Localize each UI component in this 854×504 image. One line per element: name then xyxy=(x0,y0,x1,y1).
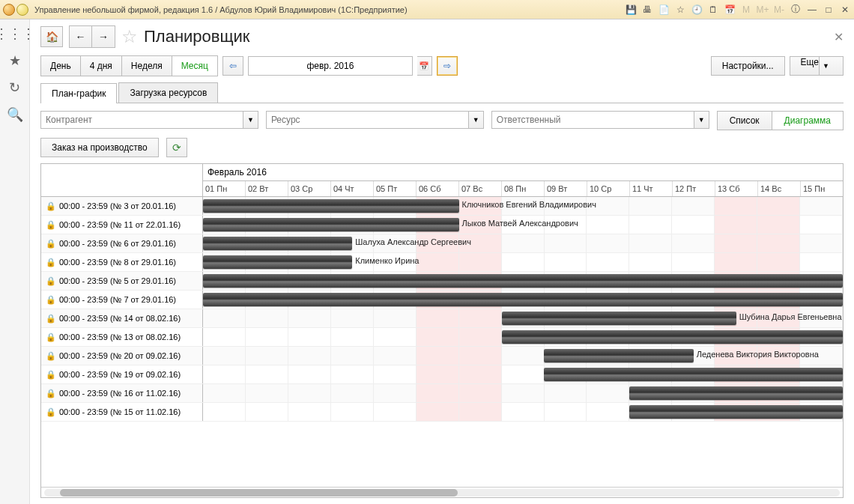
counterparty-input[interactable] xyxy=(41,112,243,128)
more-label: Еще xyxy=(801,57,819,75)
gantt-row[interactable]: 🔒00:00 - 23:59 (№ 14 от 08.02.16)Шубина … xyxy=(41,309,843,328)
maximize-icon[interactable]: □ xyxy=(823,4,835,16)
gantt-row-label: 🔒00:00 - 23:59 (№ 13 от 08.02.16) xyxy=(41,328,203,346)
mminus-icon[interactable]: M- xyxy=(773,4,785,16)
day-header: 05 Пт xyxy=(374,181,417,196)
viewmode-diagram[interactable]: Диаграмма xyxy=(772,112,843,130)
gantt-row-label: 🔒00:00 - 23:59 (№ 16 от 11.02.16) xyxy=(41,384,203,402)
day-header: 03 Ср xyxy=(288,181,331,196)
gantt-bar-label: Леденева Виктория Викторовна xyxy=(697,350,819,359)
resource-input[interactable] xyxy=(267,112,468,128)
lock-icon: 🔒 xyxy=(46,351,56,361)
viewmode-list[interactable]: Список xyxy=(718,112,772,130)
period-field[interactable]: февр. 2016 xyxy=(248,56,413,76)
gantt-bar[interactable] xyxy=(203,293,843,306)
close-window-icon[interactable]: ✕ xyxy=(839,4,851,16)
gantt-bar[interactable] xyxy=(203,274,843,288)
close-page-icon[interactable]: ✕ xyxy=(834,30,844,44)
sidebar: ⋮⋮⋮ ★ ↻ 🔍 xyxy=(0,19,30,504)
save-icon[interactable]: 💾 xyxy=(625,4,637,16)
mplus-icon[interactable]: M+ xyxy=(757,4,769,16)
page-title: Планировщик xyxy=(144,27,250,46)
tab-load[interactable]: Загрузка ресурсов xyxy=(118,82,218,103)
refresh-button[interactable]: ⟳ xyxy=(166,138,187,157)
gantt-row[interactable]: 🔒00:00 - 23:59 (№ 7 от 29.01.16) xyxy=(41,291,843,309)
gantt-row[interactable]: 🔒00:00 - 23:59 (№ 6 от 29.01.16)Шалуха А… xyxy=(41,234,843,253)
gantt-row[interactable]: 🔒00:00 - 23:59 (№ 11 от 22.01.16)Лыков М… xyxy=(41,216,843,234)
search-icon[interactable]: 🔍 xyxy=(7,106,23,123)
gantt-row[interactable]: 🔒00:00 - 23:59 (№ 15 от 11.02.16) xyxy=(41,403,843,422)
history-sidebar-icon[interactable]: ↻ xyxy=(9,79,20,96)
gantt-row[interactable]: 🔒00:00 - 23:59 (№ 13 от 08.02.16) xyxy=(41,328,843,347)
more-button[interactable]: Еще ▼ xyxy=(790,56,844,76)
gantt-row-label: 🔒00:00 - 23:59 (№ 20 от 09.02.16) xyxy=(41,347,203,365)
gantt-row[interactable]: 🔒00:00 - 23:59 (№ 16 от 11.02.16) xyxy=(41,384,843,403)
range-month[interactable]: Месяц xyxy=(172,56,217,76)
chevron-down-icon[interactable]: ▼ xyxy=(694,112,709,128)
page-star-icon[interactable]: ☆ xyxy=(121,26,138,47)
new-order-button[interactable]: Заказ на производство xyxy=(40,138,159,157)
app-icon-1c xyxy=(3,4,15,16)
gantt-bar[interactable] xyxy=(544,368,843,381)
gantt-row[interactable]: 🔒00:00 - 23:59 (№ 3 от 20.01.16)Ключнико… xyxy=(41,197,843,216)
responsible-combo[interactable]: ▼ xyxy=(491,111,709,129)
chevron-down-icon[interactable]: ▼ xyxy=(243,112,258,128)
gantt-row-label: 🔒00:00 - 23:59 (№ 19 от 09.02.16) xyxy=(41,365,203,383)
gantt-bar[interactable] xyxy=(502,330,843,344)
resource-combo[interactable]: ▼ xyxy=(266,111,484,129)
forward-button[interactable]: → xyxy=(92,26,115,47)
chevron-down-icon[interactable]: ▼ xyxy=(468,112,483,128)
lock-icon: 🔒 xyxy=(46,220,56,230)
lock-icon: 🔒 xyxy=(46,295,56,305)
day-header: 13 Сб xyxy=(715,181,758,196)
gantt-bar[interactable] xyxy=(629,405,843,419)
period-picker-icon[interactable]: 📅 xyxy=(417,56,432,76)
tab-plan[interactable]: План-график xyxy=(40,83,117,103)
settings-button[interactable]: Настройки... xyxy=(711,56,785,76)
gantt-bar[interactable] xyxy=(203,199,459,213)
back-button[interactable]: ← xyxy=(70,26,92,47)
gantt-bar[interactable] xyxy=(203,237,352,250)
home-button[interactable]: 🏠 xyxy=(40,26,63,47)
nav-back-forward: ← → xyxy=(69,25,115,48)
gantt-bar[interactable] xyxy=(544,349,693,362)
doc-icon[interactable]: 📄 xyxy=(658,4,670,16)
gantt-row[interactable]: 🔒00:00 - 23:59 (№ 19 от 09.02.16) xyxy=(41,365,843,384)
calendar-icon[interactable]: 📅 xyxy=(724,4,736,16)
gantt-row-label: 🔒00:00 - 23:59 (№ 15 от 11.02.16) xyxy=(41,403,203,421)
gantt-bar[interactable] xyxy=(629,386,843,400)
day-header: 12 Пт xyxy=(673,181,715,196)
day-header: 11 Чт xyxy=(630,181,673,196)
counterparty-combo[interactable]: ▼ xyxy=(40,111,258,129)
lock-icon: 🔒 xyxy=(46,333,56,342)
app-icon-down[interactable] xyxy=(16,4,28,16)
gantt-bar[interactable] xyxy=(203,218,459,231)
gantt-bar[interactable] xyxy=(203,255,352,269)
day-header: 01 Пн xyxy=(203,181,246,196)
print-icon[interactable]: 🖶 xyxy=(641,4,653,16)
favorite-icon[interactable]: ☆ xyxy=(674,4,686,16)
next-period-button[interactable]: ⇨ xyxy=(437,56,458,76)
range-four[interactable]: 4 дня xyxy=(81,56,122,76)
gantt-row[interactable]: 🔒00:00 - 23:59 (№ 20 от 09.02.16)Леденев… xyxy=(41,347,843,365)
history-icon[interactable]: 🕘 xyxy=(691,4,703,16)
responsible-input[interactable] xyxy=(492,112,694,128)
minimize-icon[interactable]: — xyxy=(806,4,818,16)
day-header: 04 Чт xyxy=(331,181,374,196)
gantt-row[interactable]: 🔒00:00 - 23:59 (№ 5 от 29.01.16) xyxy=(41,272,843,291)
gantt-row-label: 🔒00:00 - 23:59 (№ 3 от 20.01.16) xyxy=(41,197,203,215)
horizontal-scrollbar[interactable] xyxy=(41,487,843,497)
gantt-row-label: 🔒00:00 - 23:59 (№ 14 от 08.02.16) xyxy=(41,309,203,327)
lock-icon: 🔒 xyxy=(46,258,56,267)
star-icon[interactable]: ★ xyxy=(9,52,21,69)
calc-icon[interactable]: 🗒 xyxy=(707,4,719,16)
range-day[interactable]: День xyxy=(41,56,81,76)
day-header: 06 Сб xyxy=(417,181,459,196)
m-icon[interactable]: M xyxy=(740,4,752,16)
range-week[interactable]: Неделя xyxy=(122,56,172,76)
gantt-bar[interactable] xyxy=(502,312,736,325)
info-icon[interactable]: ⓘ xyxy=(790,4,802,16)
titlebar: Управление небольшой фирмой, редакция 1.… xyxy=(0,0,854,19)
gantt-row[interactable]: 🔒00:00 - 23:59 (№ 8 от 29.01.16)Клименко… xyxy=(41,253,843,272)
prev-period-button[interactable]: ⇦ xyxy=(222,56,243,76)
